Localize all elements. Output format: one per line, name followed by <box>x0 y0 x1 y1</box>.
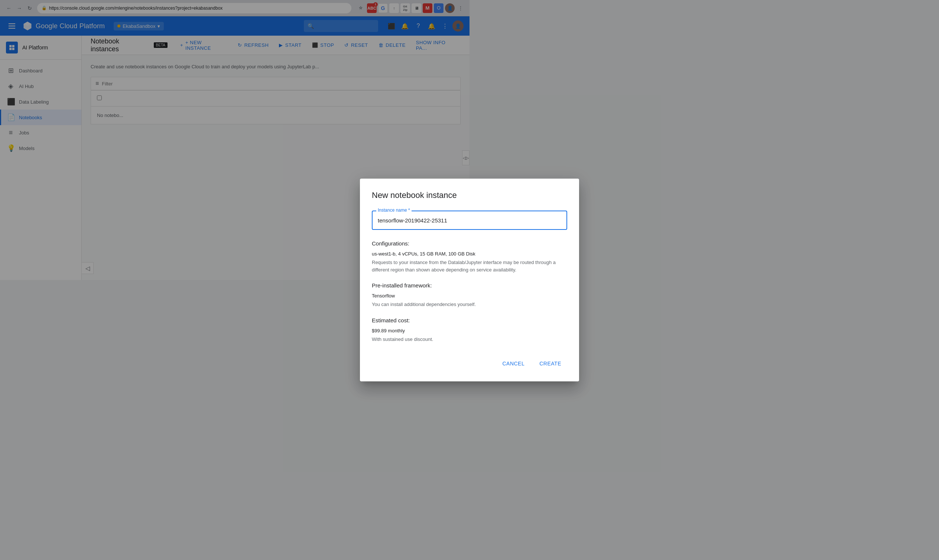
instance-name-field: Instance name * <box>372 211 469 230</box>
configurations-detail: us-west1-b, 4 vCPUs, 15 GB RAM, 100 GB D… <box>372 251 469 257</box>
dialog: New notebook instance Instance name * Co… <box>360 178 469 280</box>
dialog-title: New notebook instance <box>372 191 469 200</box>
configurations-title: Configurations: <box>372 240 469 246</box>
instance-name-input[interactable] <box>372 211 469 230</box>
configurations-note: Requests to your instance from the Datal… <box>372 259 469 273</box>
configurations-section: Configurations: us-west1-b, 4 vCPUs, 15 … <box>372 240 469 273</box>
instance-name-label: Instance name * <box>376 208 411 213</box>
modal-overlay[interactable]: New notebook instance Instance name * Co… <box>0 0 469 280</box>
